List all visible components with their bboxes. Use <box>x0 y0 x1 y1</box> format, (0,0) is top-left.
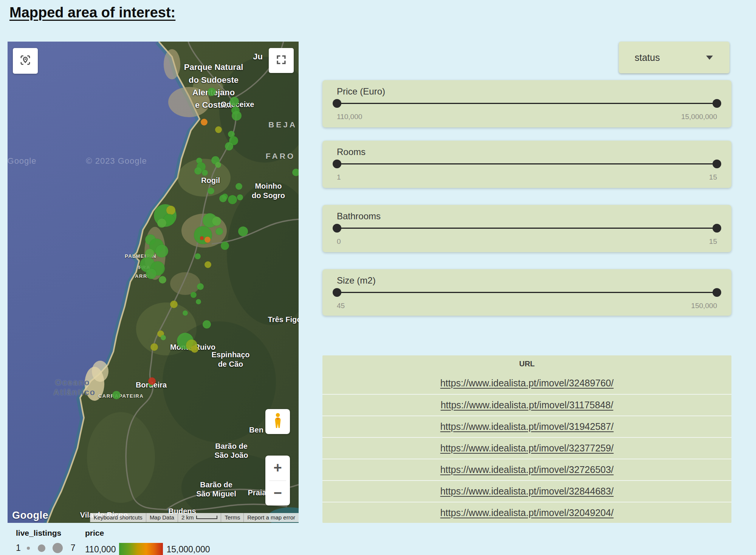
attribution-terms[interactable]: Terms <box>221 513 243 522</box>
url-table-body: https://www.idealista.pt/imovel/32489760… <box>322 372 731 523</box>
listing-marker[interactable] <box>191 345 198 353</box>
filter-card-rooms: Rooms 1 15 <box>322 141 731 188</box>
listing-url-link[interactable]: https://www.idealista.pt/imovel/32489760… <box>440 378 614 389</box>
listing-marker[interactable] <box>219 195 227 202</box>
listing-marker[interactable] <box>203 320 211 329</box>
listing-marker[interactable] <box>166 206 175 215</box>
listing-marker[interactable] <box>230 97 239 106</box>
listing-marker[interactable] <box>112 391 121 399</box>
zoom-in-button[interactable]: + <box>265 456 290 481</box>
url-table-row: https://www.idealista.pt/imovel/31175848… <box>322 394 731 415</box>
rooms-slider[interactable] <box>337 160 717 169</box>
attribution-scale: 2 km <box>178 513 221 522</box>
slider-max-value: 15 <box>709 173 717 181</box>
slider-handle-max[interactable] <box>713 224 721 233</box>
price-legend: price 110,000 15,000,000 <box>85 529 210 555</box>
slider-handle-min[interactable] <box>333 99 341 108</box>
price-legend-title: price <box>85 529 210 538</box>
url-table-row: https://www.idealista.pt/imovel/32489760… <box>322 372 731 394</box>
listing-url-link[interactable]: https://www.idealista.pt/imovel/32844683… <box>440 486 614 497</box>
slider-min-value: 45 <box>337 302 345 310</box>
listing-marker[interactable] <box>215 228 223 235</box>
listing-marker[interactable] <box>212 217 221 226</box>
listing-marker[interactable] <box>204 237 211 243</box>
attribution-report-error[interactable]: Report a map error <box>243 513 299 522</box>
listing-marker[interactable] <box>225 142 233 150</box>
slider-handle-min[interactable] <box>333 288 341 297</box>
price-legend-max: 15,000,000 <box>166 544 210 555</box>
attribution-map-data[interactable]: Map Data <box>146 513 178 522</box>
listing-marker[interactable] <box>292 169 299 176</box>
filter-card-size: Size (m2) 45 150,000 <box>322 269 731 316</box>
url-table-row: https://www.idealista.pt/imovel/32377259… <box>322 437 731 459</box>
slider-handle-max[interactable] <box>713 288 721 297</box>
listing-marker[interactable] <box>208 88 216 96</box>
listing-marker[interactable] <box>208 188 214 194</box>
slider-min-value: 0 <box>337 237 341 246</box>
listing-marker[interactable] <box>196 299 201 304</box>
listing-marker[interactable] <box>145 249 154 258</box>
listing-marker[interactable] <box>170 301 178 308</box>
slider-track[interactable] <box>337 228 717 229</box>
slider-handle-max[interactable] <box>713 99 721 108</box>
listing-marker[interactable] <box>148 377 156 385</box>
slider-track[interactable] <box>337 103 717 104</box>
listing-marker[interactable] <box>197 283 204 290</box>
slider-max-value: 150,000 <box>691 302 717 310</box>
listing-url-link[interactable]: https://www.idealista.pt/imovel/31942587… <box>440 421 614 432</box>
listing-url-link[interactable]: https://www.idealista.pt/imovel/31175848… <box>441 400 613 411</box>
url-table: URL https://www.idealista.pt/imovel/3248… <box>322 355 731 523</box>
listing-marker[interactable] <box>235 183 242 190</box>
size-dot-medium <box>38 544 45 552</box>
slider-handle-min[interactable] <box>333 224 341 233</box>
listing-url-link[interactable]: https://www.idealista.pt/imovel/32049204… <box>440 507 614 518</box>
page-title: Mapped area of interest: <box>9 5 175 21</box>
listing-url-link[interactable]: https://www.idealista.pt/imovel/32726503… <box>440 464 614 475</box>
size-legend-max: 7 <box>71 543 76 553</box>
listing-marker[interactable] <box>194 167 202 175</box>
listing-marker[interactable] <box>157 219 166 228</box>
map-canvas[interactable]: Parque Naturaldo SudoesteAlentejanoe Cos… <box>8 42 299 523</box>
select-area-button[interactable] <box>13 48 38 74</box>
price-slider[interactable] <box>337 99 717 108</box>
listing-marker[interactable] <box>183 310 188 316</box>
listing-marker[interactable] <box>201 119 208 126</box>
size-legend-min: 1 <box>16 543 21 553</box>
listing-marker[interactable] <box>232 111 242 121</box>
listing-url-link[interactable]: https://www.idealista.pt/imovel/32377259… <box>440 443 614 454</box>
listing-marker[interactable] <box>215 126 222 133</box>
listing-marker[interactable] <box>161 335 166 340</box>
url-table-row: https://www.idealista.pt/imovel/32726503… <box>322 459 731 480</box>
listing-marker[interactable] <box>150 343 158 351</box>
slider-track[interactable] <box>337 292 717 293</box>
listing-marker[interactable] <box>155 245 168 257</box>
listing-marker[interactable] <box>204 261 211 268</box>
slider-track[interactable] <box>337 163 717 164</box>
listing-marker[interactable] <box>146 268 156 279</box>
listing-marker[interactable] <box>200 236 204 240</box>
zoom-out-button[interactable]: − <box>265 481 290 506</box>
map-pin-frame-icon <box>18 53 33 69</box>
listing-marker[interactable] <box>215 162 221 168</box>
listing-marker[interactable] <box>159 276 166 284</box>
listing-marker[interactable] <box>195 253 201 259</box>
attribution-keyboard-shortcuts[interactable]: Keyboard shortcuts <box>90 513 146 522</box>
bathrooms-slider[interactable] <box>337 224 717 233</box>
scale-bar-icon <box>196 516 217 519</box>
slider-max-value: 15 <box>709 237 717 246</box>
caret-down-icon <box>706 56 713 60</box>
listing-marker[interactable] <box>221 242 229 250</box>
size-slider[interactable] <box>337 288 717 297</box>
listing-marker[interactable] <box>238 226 248 236</box>
listing-marker[interactable] <box>191 292 197 298</box>
status-dropdown[interactable]: status <box>619 42 730 73</box>
slider-handle-max[interactable] <box>713 160 721 168</box>
fullscreen-button[interactable] <box>269 48 294 73</box>
pegman-button[interactable] <box>265 409 290 434</box>
slider-max-value: 15,000,000 <box>681 113 717 121</box>
slider-handle-min[interactable] <box>333 160 341 168</box>
listing-marker[interactable] <box>237 194 243 200</box>
listing-marker[interactable] <box>228 195 237 204</box>
status-dropdown-label: status <box>635 52 660 63</box>
listing-marker[interactable] <box>202 170 208 176</box>
